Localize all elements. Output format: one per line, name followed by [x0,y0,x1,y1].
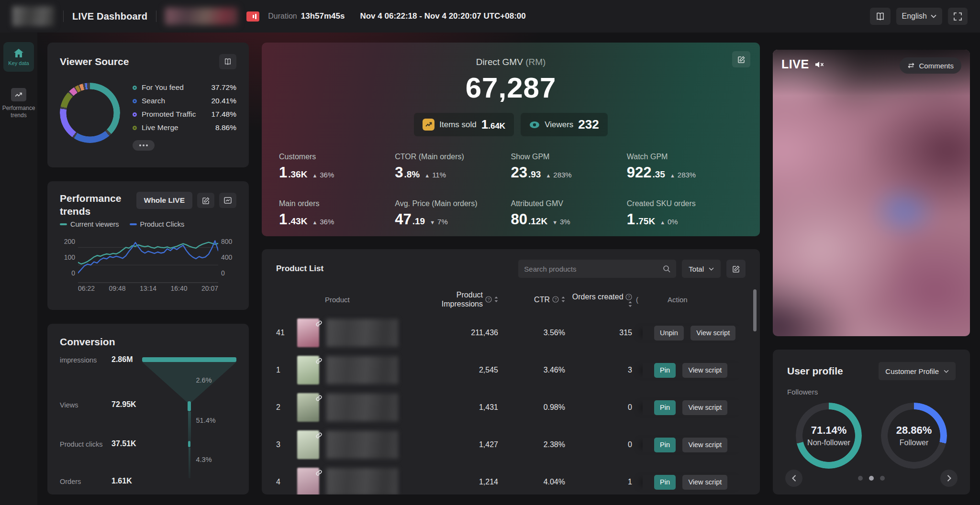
ring-label: Follower [900,439,928,447]
funnel-graphic: 2.6% 51.4% 4.3% [142,355,236,487]
axis-tick: 0 [60,269,75,277]
swap-arrows-icon [907,63,915,68]
header-orders[interactable]: Orders created ? [565,292,632,307]
profile-dropdown-value: Customer Profile [885,367,939,375]
metric-label: CTOR (Main orders) [395,153,511,161]
table-row: 1 2,545 3.46% 3 Pin [276,351,746,389]
fullscreen-button[interactable] [948,8,968,25]
metric-value-sub: .43K [288,216,307,227]
live-label: LIVE [781,57,809,71]
product-cell[interactable] [297,468,412,494]
header-product: Product [297,296,412,304]
user-profile-title: User profile [787,365,843,377]
items-sold-label: Items sold [439,120,476,130]
ring-percentage: 28.86% [896,424,932,437]
divider [63,11,64,22]
action-cell: Pin View script [643,438,746,452]
view-script-button[interactable]: View script [682,438,727,452]
table-scrollbar[interactable] [753,289,757,331]
sidebar-item-key-data[interactable]: Key data [3,42,34,72]
edit-button[interactable] [197,193,214,208]
link-icon [316,395,322,401]
comments-button[interactable]: Comments [900,57,961,74]
pin-button[interactable]: Pin [654,438,676,452]
sidebar-item-performance-trends[interactable]: Performance trends [2,88,35,119]
view-script-button[interactable]: View script [682,363,727,378]
chevron-down-icon [931,14,936,18]
language-selector[interactable]: English [896,8,942,25]
sort-icon[interactable] [494,296,498,302]
stage-value: 2.86M [111,355,133,364]
profile-dropdown[interactable]: Customer Profile [879,362,956,380]
left-column: Viewer Source For You feed 37.72% [47,43,249,505]
more-button[interactable] [133,140,155,151]
items-sold-value: 1.64K [481,117,505,132]
metric-delta: 283% [553,171,571,179]
product-impressions: 1,427 [412,440,498,449]
gmv-edit-button[interactable] [732,51,750,67]
legend-label: Product Clicks [140,220,185,228]
link-icon [316,358,322,364]
sort-icon[interactable] [561,296,565,302]
viewers-value: 232 [578,117,599,132]
product-cell[interactable] [297,356,412,384]
svg-text:?: ? [555,297,557,302]
live-stats-badge-icon [246,11,259,22]
metric: Watch GPM 922 .35 ▲ 283% [627,153,743,181]
view-script-button[interactable]: View script [690,326,735,340]
pin-button[interactable]: Pin [654,363,676,378]
carousel-prev-button[interactable] [785,470,802,487]
viewers-badge: Viewers 232 [521,113,608,136]
metric-value: 1 [279,211,287,228]
metric-label: Main orders [279,199,395,208]
product-ctr: 4.04% [498,478,565,486]
product-cell[interactable] [297,430,412,459]
table-row: 41 211,436 3.56% 315 Unpin [276,314,746,351]
metric-value-sub: .75K [636,216,655,227]
muted-speaker-icon[interactable] [814,60,824,69]
header-impressions[interactable]: ProductImpressions ? [412,290,498,308]
product-title-blurred [326,431,398,459]
guide-button[interactable] [870,8,891,25]
product-cell[interactable] [297,393,412,422]
items-sold-badge: Items sold 1.64K [414,113,514,136]
line-chart-icon [224,197,232,204]
view-script-button[interactable]: View script [682,400,727,415]
viewer-source-guide-button[interactable] [219,54,236,69]
svg-text:?: ? [488,297,490,302]
carousel-next-button[interactable] [940,470,958,487]
viewer-source-donut [60,83,120,143]
metric-delta: 36% [320,171,334,179]
product-orders: 1 [565,478,632,486]
link-icon [316,470,322,476]
header-ctr[interactable]: CTR ? [498,295,565,304]
chart-view-button[interactable] [219,193,236,208]
ring-percentage: 71.14% [811,424,847,437]
product-list-edit-button[interactable] [726,260,746,278]
legend-value: 8.86% [215,123,236,132]
metric-delta: 11% [432,171,446,179]
range-button[interactable]: Whole LIVE [136,192,192,209]
metric-label: Created SKU orders [627,199,743,208]
carousel-dot-active[interactable] [869,476,874,481]
metric-label: Show GPM [511,153,627,161]
pin-button[interactable]: Pin [654,475,676,490]
header-partial: ( [632,296,643,304]
header-action: Action [643,296,746,304]
carousel-dot[interactable] [858,476,863,481]
layout: Key data Performance trends Viewer Sourc… [0,33,980,505]
sort-icon[interactable] [628,301,632,307]
carousel-dot[interactable] [880,476,885,481]
page-title: LIVE Dashboard [72,11,147,22]
gmv-card: Direct GMV (RM) 67,287 Items sold 1.64K … [262,43,760,236]
duration-value: 13h57m45s [301,11,345,21]
view-script-button[interactable]: View script [682,475,727,490]
metric-value-sub: .93 [528,169,541,180]
total-dropdown[interactable]: Total [682,260,721,278]
search-input[interactable] [524,265,659,273]
product-cell[interactable] [297,318,412,347]
pin-button[interactable]: Unpin [654,326,684,340]
product-impressions: 1,214 [412,478,498,486]
pin-button[interactable]: Pin [654,400,676,415]
live-video-panel: LIVE Comments [773,50,970,336]
